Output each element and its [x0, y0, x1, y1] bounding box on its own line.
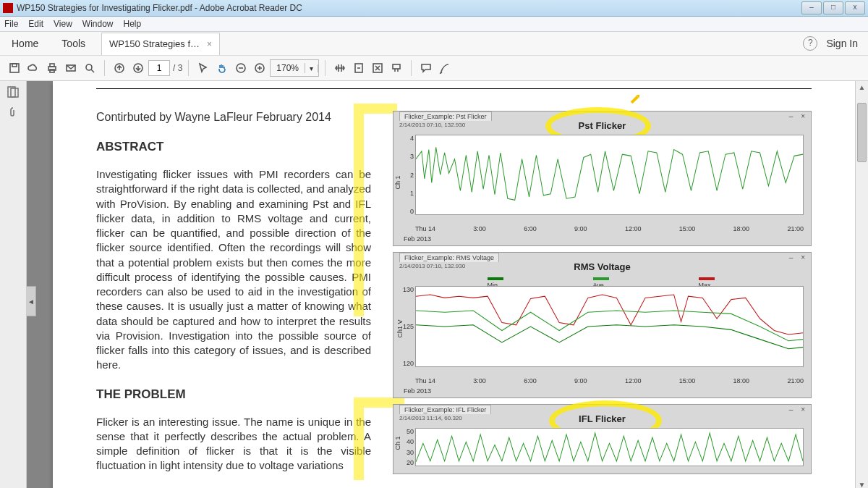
chart-column: Flicker_Example: Pst Flicker – × 2/14/20…	[393, 111, 812, 488]
panel-window-controls[interactable]: – ×	[789, 405, 808, 413]
window-maximize-button[interactable]: □	[823, 1, 843, 14]
page-indicator: / 3	[148, 60, 182, 76]
chart-yaxis: 130125120	[398, 286, 414, 367]
window-titlebar: WP150 Strategies for Investigating Flick…	[0, 0, 868, 17]
chart-plot-area	[415, 428, 804, 466]
highlight-pen-icon[interactable]	[436, 59, 454, 77]
chart-panel-ifl: Flicker_Example: IFL Flicker – × 2/14/20…	[393, 404, 812, 474]
chart-title: RMS Voltage	[574, 261, 631, 272]
chart-panel-pst: Flicker_Example: Pst Flicker – × 2/14/20…	[393, 111, 812, 246]
zoom-value: 170%	[271, 63, 305, 73]
left-nav-rail	[0, 81, 27, 488]
pdf-page: Contirbuted by Wayne LaFleur February 20…	[53, 81, 855, 488]
chart-plot-area	[415, 135, 804, 215]
select-tool-icon[interactable]	[195, 59, 212, 77]
document-viewport[interactable]: ◄ Contirbuted by Wayne LaFleur February …	[27, 81, 855, 488]
chart-xunder: Feb 2013	[404, 387, 431, 395]
toolbar: / 3 170% ▾	[0, 56, 868, 81]
horizontal-rule	[96, 88, 812, 89]
chart-tab[interactable]: Flicker_Example: IFL Flicker	[399, 405, 491, 414]
page-up-icon[interactable]	[111, 59, 128, 77]
chart-tab[interactable]: Flicker_Example: RMS Voltage	[399, 253, 499, 262]
home-button[interactable]: Home	[0, 32, 50, 55]
svg-rect-4	[50, 70, 54, 72]
menubar: File Edit View Window Help	[0, 17, 868, 32]
tools-button[interactable]: Tools	[50, 32, 97, 55]
panel-window-controls[interactable]: – ×	[789, 253, 808, 261]
highlight-mark	[354, 114, 364, 316]
scrollbar-thumb[interactable]	[857, 103, 867, 162]
window-title: WP150 Strategies for Investigating Flick…	[17, 3, 302, 13]
svg-point-6	[86, 64, 92, 70]
svg-rect-3	[50, 64, 54, 67]
chart-subtitle: 2/14/2013 07:10, 132.930	[399, 263, 465, 269]
highlight-mark	[354, 408, 364, 480]
help-button[interactable]: ?	[803, 36, 817, 51]
heading-abstract: ABSTRACT	[96, 140, 371, 154]
fullscreen-icon[interactable]	[369, 59, 386, 77]
menu-view[interactable]: View	[54, 19, 72, 29]
cloud-icon[interactable]	[25, 59, 42, 77]
problem-paragraph: Flicker is an interesting issue. The nam…	[96, 415, 371, 474]
thumbnails-icon[interactable]	[7, 85, 20, 98]
collapse-left-button[interactable]: ◄	[27, 286, 36, 316]
chart-subtitle: 2/14/2013 11:14, 60.320	[399, 415, 462, 421]
save-icon[interactable]	[6, 59, 23, 77]
secondary-bar: Home Tools WP150 Strategies f… × ? Sign …	[0, 32, 868, 56]
abstract-paragraph: Investigating flicker issues with PMI re…	[96, 167, 371, 373]
document-tab-label: WP150 Strategies f…	[109, 38, 200, 49]
chart-xunder: Feb 2013	[404, 235, 431, 243]
document-tab-close[interactable]: ×	[207, 39, 212, 49]
contributor-line: Contirbuted by Wayne LaFleur February 20…	[96, 111, 371, 124]
chart-yaxis: 50403020	[398, 428, 414, 466]
svg-rect-0	[10, 64, 19, 72]
menu-help[interactable]: Help	[124, 19, 142, 29]
text-column: Contirbuted by Wayne LaFleur February 20…	[96, 111, 371, 488]
scroll-down-icon[interactable]: ▼	[856, 479, 868, 488]
svg-rect-1	[12, 64, 17, 67]
panel-window-controls[interactable]: – ×	[789, 112, 808, 120]
chart-yaxis: 43210	[398, 135, 414, 215]
attachments-icon[interactable]	[7, 106, 20, 119]
chevron-down-icon[interactable]: ▾	[305, 64, 318, 72]
fit-page-icon[interactable]	[350, 59, 367, 77]
chart-panel-rms: Flicker_Example: RMS Voltage – × 2/14/20…	[393, 252, 812, 398]
chart-tab[interactable]: Flicker_Example: Pst Flicker	[399, 112, 492, 121]
page-total-label: / 3	[173, 63, 182, 73]
menu-edit[interactable]: Edit	[28, 19, 43, 29]
window-close-button[interactable]: x	[845, 1, 865, 14]
page-down-icon[interactable]	[129, 59, 147, 77]
chart-plot-area	[415, 286, 804, 367]
comment-icon[interactable]	[417, 59, 435, 77]
svg-rect-15	[11, 88, 18, 97]
chart-xaxis: Thu 143:006:009:0012:0015:0018:0021:00	[415, 225, 804, 232]
page-current-input[interactable]	[148, 60, 170, 76]
vertical-scrollbar[interactable]: ▲ ▼	[855, 81, 868, 488]
search-icon[interactable]	[81, 59, 98, 77]
print-icon[interactable]	[43, 59, 61, 77]
chart-subtitle: 2/14/2013 07:10, 132.930	[399, 122, 465, 128]
email-icon[interactable]	[62, 59, 80, 77]
zoom-out-icon[interactable]	[232, 59, 250, 77]
hand-tool-icon[interactable]	[213, 59, 231, 77]
pencil-annotation-icon[interactable]	[628, 92, 642, 106]
heading-problem: THE PROBLEM	[96, 387, 371, 402]
zoom-level[interactable]: 170% ▾	[270, 59, 319, 77]
read-aloud-icon[interactable]	[388, 59, 405, 77]
scroll-up-icon[interactable]: ▲	[856, 81, 868, 93]
sign-in-button[interactable]: Sign In	[826, 38, 858, 49]
fit-width-icon[interactable]	[331, 59, 349, 77]
document-tab[interactable]: WP150 Strategies f… ×	[101, 33, 220, 55]
window-minimize-button[interactable]: –	[801, 1, 822, 14]
zoom-in-icon[interactable]	[251, 59, 268, 77]
menu-file[interactable]: File	[4, 19, 18, 29]
highlight-mark	[354, 104, 397, 114]
menu-window[interactable]: Window	[82, 19, 114, 29]
svg-rect-13	[393, 64, 400, 69]
chart-xaxis: Thu 143:006:009:0012:0015:0018:0021:00	[415, 377, 804, 384]
app-icon	[3, 3, 13, 13]
